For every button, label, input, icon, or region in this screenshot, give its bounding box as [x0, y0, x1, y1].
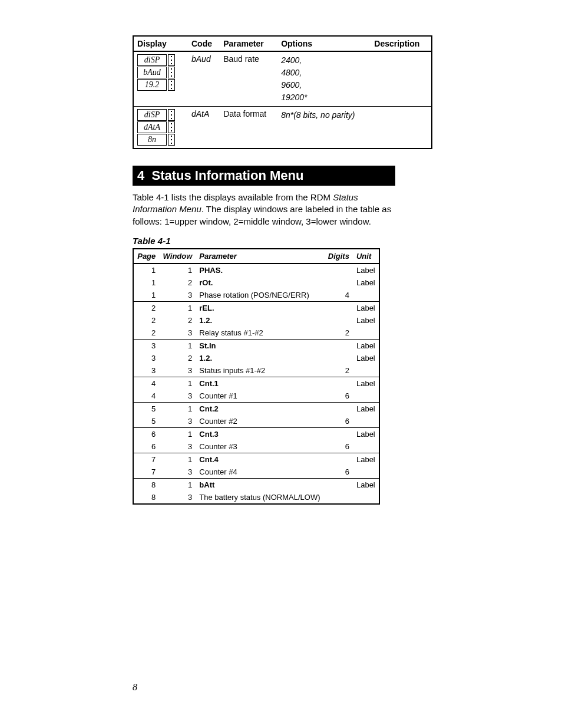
unit-cell: [353, 390, 379, 403]
page-cell: 6: [133, 440, 159, 453]
window-cell: 1: [159, 402, 196, 415]
parameter-cell: St.In: [196, 339, 324, 352]
display-window: diSP: [137, 109, 175, 121]
page-cell: 8: [133, 478, 159, 491]
page-cell: 5: [133, 415, 159, 428]
table-row: 81bAttLabel: [133, 478, 379, 491]
digits-cell: [325, 377, 353, 390]
unit-cell: Label: [353, 453, 379, 466]
window-cell: 3: [159, 327, 196, 340]
display-cell: diSPdAtA8n: [133, 107, 188, 149]
page-cell: 5: [133, 402, 159, 415]
unit-cell: [353, 491, 379, 504]
digits-cell: 6: [325, 466, 353, 479]
unit-cell: Label: [353, 427, 379, 440]
code-cell: bAud: [188, 51, 220, 107]
display-window: diSP: [137, 54, 175, 66]
section-title: Status Information Menu: [151, 168, 303, 183]
window-cell: 2: [159, 314, 196, 327]
page-cell: 2: [133, 301, 159, 314]
unit-cell: [353, 415, 379, 428]
parameter-cell: Cnt.3: [196, 427, 324, 440]
parameter-cell: PHAS.: [196, 263, 324, 276]
window-cell: 2: [159, 352, 196, 364]
display-window-value: dAtA: [137, 121, 167, 133]
table-row: 53Counter #26: [133, 415, 379, 428]
page-cell: 1: [133, 289, 159, 302]
window-cell: 3: [159, 491, 196, 504]
window-cell: 2: [159, 276, 196, 289]
parameter-cell: Phase rotation (POS/NEG/ERR): [196, 289, 324, 302]
options-cell: 8n*(8 bits, no parity): [277, 107, 371, 149]
table-row: diSPdAtA8ndAtAData format8n*(8 bits, no …: [133, 107, 432, 149]
display-config-table: Display Code Parameter Options Descripti…: [133, 35, 432, 149]
window-cell: 1: [159, 377, 196, 390]
parameter-cell: Counter #2: [196, 415, 324, 428]
code-cell: dAtA: [188, 107, 220, 149]
unit-cell: Label: [353, 478, 379, 491]
parameter-cell: Counter #3: [196, 440, 324, 453]
unit-cell: [353, 364, 379, 377]
display-window-value: 19.2: [137, 79, 167, 91]
digits-cell: 4: [325, 289, 353, 302]
col-unit: Unit: [353, 249, 379, 263]
page-cell: 3: [133, 364, 159, 377]
parameter-cell: Relay status #1-#2: [196, 327, 324, 340]
unit-cell: [353, 327, 379, 340]
parameter-cell: Data format: [220, 107, 277, 149]
parameter-cell: Cnt.2: [196, 402, 324, 415]
page-cell: 2: [133, 327, 159, 340]
page-cell: 3: [133, 339, 159, 352]
display-window: 19.2: [137, 79, 175, 91]
table-row: 43Counter #16: [133, 390, 379, 403]
unit-cell: [353, 466, 379, 479]
digits-cell: [325, 276, 353, 289]
intro-text-a: Table 4-1 lists the displays available f…: [133, 192, 333, 202]
window-cell: 1: [159, 263, 196, 276]
digits-cell: [325, 339, 353, 352]
page-cell: 7: [133, 466, 159, 479]
unit-cell: Label: [353, 352, 379, 364]
unit-cell: Label: [353, 263, 379, 276]
digits-cell: [325, 352, 353, 364]
table-row: 33Status inputs #1-#22: [133, 364, 379, 377]
table-row: 71Cnt.4Label: [133, 453, 379, 466]
document-page: Display Code Parameter Options Descripti…: [0, 0, 562, 728]
table-row: 51Cnt.2Label: [133, 402, 379, 415]
col-display: Display: [133, 36, 188, 51]
display-window-side-icon: [168, 134, 175, 146]
options-cell: 2400,4800,9600,19200*: [277, 51, 371, 107]
digits-cell: [325, 453, 353, 466]
parameter-cell: The battery status (NORMAL/LOW): [196, 491, 324, 504]
display-stack: diSPdAtA8n: [137, 109, 175, 146]
parameter-cell: Counter #4: [196, 466, 324, 479]
option-value: 4800,: [281, 67, 367, 79]
section-heading: 4 Status Information Menu: [133, 166, 395, 186]
parameter-cell: bAtt: [196, 478, 324, 491]
window-cell: 3: [159, 440, 196, 453]
col-code: Code: [188, 36, 220, 51]
digits-cell: [325, 263, 353, 276]
table-row: 11PHAS.Label: [133, 263, 379, 276]
unit-cell: Label: [353, 314, 379, 327]
option-value: 2400,: [281, 54, 367, 67]
col-digits: Digits: [325, 249, 353, 263]
display-cell: diSPbAud19.2: [133, 51, 188, 107]
window-cell: 1: [159, 339, 196, 352]
col-options: Options: [277, 36, 371, 51]
display-window-value: diSP: [137, 54, 167, 66]
option-value: 9600,: [281, 79, 367, 91]
window-cell: 3: [159, 415, 196, 428]
digits-cell: [325, 491, 353, 504]
display-window-side-icon: [168, 54, 175, 66]
page-cell: 6: [133, 427, 159, 440]
page-cell: 8: [133, 491, 159, 504]
page-cell: 4: [133, 377, 159, 390]
digits-cell: 6: [325, 390, 353, 403]
parameter-cell: rEL.: [196, 301, 324, 314]
display-window-side-icon: [168, 109, 175, 121]
table-row: 31St.InLabel: [133, 339, 379, 352]
display-window: dAtA: [137, 121, 175, 133]
window-cell: 1: [159, 301, 196, 314]
table-row: diSPbAud19.2bAudBaud rate2400,4800,9600,…: [133, 51, 432, 107]
